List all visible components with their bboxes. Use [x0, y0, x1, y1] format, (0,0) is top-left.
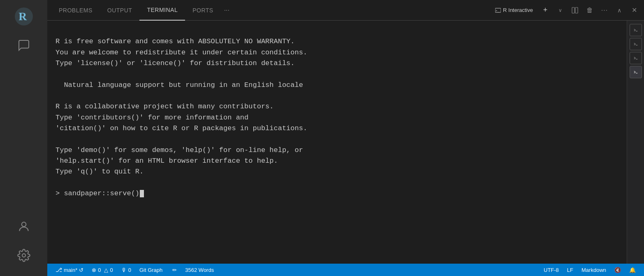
svg-point-3 — [22, 254, 25, 257]
svg-point-2 — [21, 222, 26, 227]
terminal-prompt: > sandpaper::serve() — [56, 189, 139, 197]
side-terminal-btn-3[interactable] — [630, 52, 642, 64]
language-label: Markdown — [581, 267, 606, 273]
main-area: PROBLEMS OUTPUT TERMINAL PORTS ··· >_ R … — [47, 0, 644, 276]
close-panel-button[interactable]: ✕ — [628, 5, 640, 16]
split-terminal-button[interactable] — [569, 5, 581, 16]
branch-icon: ⎇ — [56, 267, 62, 273]
pencil-icon: ✏ — [168, 264, 181, 276]
side-terminal-btn-4[interactable] — [630, 66, 642, 78]
sync-icon: ↺ — [79, 267, 83, 273]
activity-bar: R — [0, 0, 47, 276]
side-terminal-btn-2[interactable] — [630, 38, 642, 50]
branch-name: main* — [64, 267, 77, 273]
branch-status[interactable]: ⎇ main* ↺ — [51, 264, 88, 276]
bell-icon: 🔔 — [629, 267, 636, 273]
tab-problems[interactable]: PROBLEMS — [51, 0, 100, 21]
encoding-status[interactable]: UTF-8 — [540, 264, 563, 276]
mic-count: 0 — [128, 267, 131, 273]
terminal-line-1: R is free software and comes with ABSOLU… — [56, 37, 307, 197]
no-distract-button[interactable]: 🔇 — [610, 264, 625, 276]
r-logo-icon[interactable]: R — [9, 4, 38, 29]
terminal-area: R is free software and comes with ABSOLU… — [47, 21, 644, 264]
tab-terminal[interactable]: TERMINAL — [139, 0, 185, 21]
account-icon[interactable] — [9, 214, 38, 239]
chat-icon[interactable] — [9, 33, 38, 58]
svg-text:>_: >_ — [496, 9, 499, 12]
panel-tabs: PROBLEMS OUTPUT TERMINAL PORTS ··· >_ R … — [47, 0, 644, 21]
maximize-panel-button[interactable]: ∧ — [614, 5, 625, 16]
settings-icon[interactable] — [9, 243, 38, 268]
git-graph-label: Git Graph — [139, 267, 162, 273]
warning-icon: △ — [104, 267, 108, 273]
encoding-label: UTF-8 — [544, 267, 559, 273]
add-terminal-button[interactable]: + — [540, 5, 551, 16]
errors-status[interactable]: ⊗ 0 △ 0 — [88, 264, 117, 276]
more-actions-button[interactable]: ··· — [599, 5, 610, 16]
tab-output[interactable]: OUTPUT — [100, 0, 140, 21]
tab-ports[interactable]: PORTS — [185, 0, 220, 21]
word-count-status[interactable]: 3562 Words — [181, 264, 218, 276]
svg-rect-7 — [575, 7, 578, 13]
svg-text:R: R — [19, 10, 27, 23]
mic-icon: 🎙 — [121, 267, 127, 273]
line-ending-label: LF — [567, 267, 573, 273]
warnings-count: 0 — [110, 267, 113, 273]
side-actions — [627, 21, 644, 264]
error-icon: ⊗ — [92, 267, 96, 273]
svg-rect-6 — [572, 7, 575, 13]
kill-terminal-button[interactable]: 🗑 — [584, 5, 595, 16]
errors-count: 0 — [98, 267, 101, 273]
mic-status[interactable]: 🎙 0 — [117, 264, 135, 276]
terminal-name: R Interactive — [503, 7, 533, 13]
terminal-output[interactable]: R is free software and comes with ABSOLU… — [47, 21, 627, 264]
terminal-cursor — [140, 190, 144, 197]
status-bar: ⎇ main* ↺ ⊗ 0 △ 0 🎙 0 Git Graph ✏ 3562 W… — [47, 264, 644, 276]
line-ending-status[interactable]: LF — [563, 264, 577, 276]
more-tabs-button[interactable]: ··· — [221, 0, 233, 21]
notifications-button[interactable]: 🔔 — [625, 264, 640, 276]
no-distract-icon: 🔇 — [614, 267, 621, 273]
panel-toolbar: >_ R Interactive + ∨ 🗑 ··· ∧ ✕ — [492, 5, 640, 16]
dropdown-button[interactable]: ∨ — [554, 5, 566, 16]
word-count-label: 3562 Words — [185, 267, 214, 273]
language-status[interactable]: Markdown — [577, 264, 610, 276]
terminal-selector-button[interactable]: >_ R Interactive — [492, 5, 536, 15]
side-terminal-btn-1[interactable] — [630, 24, 642, 36]
git-graph-status[interactable]: Git Graph — [135, 264, 167, 276]
